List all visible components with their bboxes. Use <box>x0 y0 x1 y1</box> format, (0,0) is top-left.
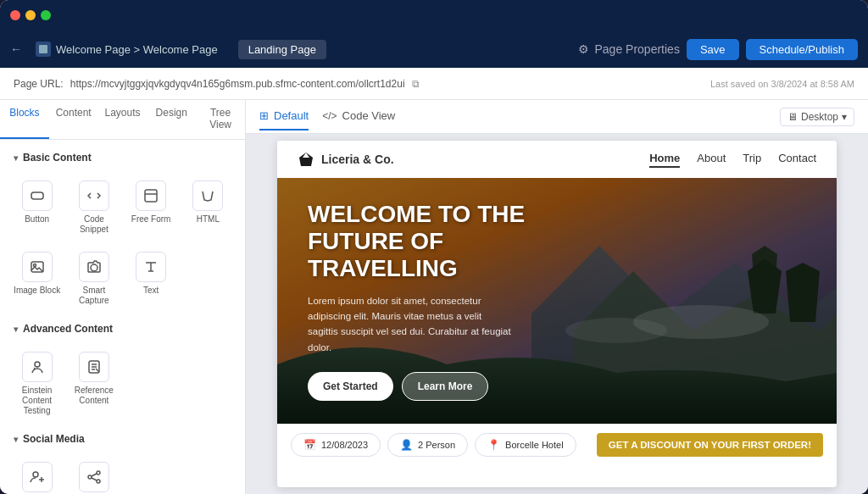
main-layout: Blocks Content Layouts Design Tree View … <box>0 100 868 494</box>
svg-point-14 <box>97 471 100 475</box>
block-reference-label: Reference Content <box>70 386 117 406</box>
social-share-icon <box>79 462 109 492</box>
section-social-media[interactable]: ▾ Social Media <box>0 428 245 450</box>
page-properties-button[interactable]: ⚙ Page Properties <box>578 42 679 56</box>
chevron-down-icon: ▾ <box>842 111 847 123</box>
advanced-content-grid: Einstein Content Testing Reference Conte… <box>0 340 245 428</box>
block-image[interactable]: Image Block <box>10 245 64 313</box>
block-code-label: Code Snippet <box>70 214 117 235</box>
get-started-button[interactable]: Get Started <box>308 372 393 401</box>
hero-content: WELCOME TO THE FUTURE OF TRAVELLING Lore… <box>277 178 837 424</box>
block-button-label: Button <box>25 214 49 225</box>
block-image-label: Image Block <box>14 286 60 296</box>
schedule-publish-button[interactable]: Schedule/Publish <box>746 39 858 60</box>
top-bar-actions: ⚙ Page Properties Save Schedule/Publish <box>578 39 858 60</box>
chevron-down-icon-social: ▾ <box>14 435 18 444</box>
maximize-button[interactable] <box>41 10 51 20</box>
tab-default[interactable]: ⊞ Default <box>259 103 309 130</box>
block-freeform-label: Free Form <box>131 214 171 225</box>
block-code-snippet[interactable]: Code Snippet <box>67 174 120 241</box>
gear-icon: ⚙ <box>578 42 589 56</box>
lp-logo: Liceria & Co. <box>298 151 394 168</box>
svg-line-18 <box>92 478 97 480</box>
svg-point-6 <box>91 264 97 271</box>
svg-line-17 <box>92 474 97 476</box>
block-html[interactable]: HTML <box>181 174 235 241</box>
tab-code-view[interactable]: </> Code View <box>322 103 395 130</box>
sidebar-tab-blocks[interactable]: Blocks <box>0 100 49 139</box>
page-properties-label: Page Properties <box>594 42 679 56</box>
block-einstein[interactable]: Einstein Content Testing <box>10 345 64 423</box>
monitor-icon: 🖥 <box>787 111 798 123</box>
url-value: https://mcvyjtggxjqvkgdyqv4n165g6msm.pub… <box>70 78 405 90</box>
desktop-selector[interactable]: 🖥 Desktop ▾ <box>780 108 854 126</box>
block-html-label: HTML <box>197 214 220 225</box>
text-icon <box>136 252 166 282</box>
minimize-button[interactable] <box>25 10 36 20</box>
hero-section: WELCOME TO THE FUTURE OF TRAVELLING Lore… <box>277 178 837 424</box>
footer-person-label: 2 Person <box>418 440 455 450</box>
logo-icon <box>298 151 314 168</box>
url-bar: Page URL: https://mcvyjtggxjqvkgdyqv4n16… <box>0 68 868 100</box>
footer-hotel-label: Borcelle Hotel <box>505 440 563 450</box>
nav-about[interactable]: About <box>697 152 726 168</box>
code-icon <box>79 180 109 211</box>
svg-point-16 <box>88 475 92 479</box>
landing-page-tab[interactable]: Landing Page <box>238 40 326 59</box>
html-icon <box>192 180 223 211</box>
block-social-follow[interactable]: Social Follow <box>10 455 64 494</box>
sidebar-tab-treeview[interactable]: Tree View <box>196 100 245 139</box>
sidebar-tab-layouts[interactable]: Layouts <box>98 100 147 139</box>
nav-contact[interactable]: Contact <box>778 152 816 168</box>
breadcrumb-text: Welcome Page > Welcome Page <box>56 43 218 56</box>
sidebar: Blocks Content Layouts Design Tree View … <box>0 100 246 494</box>
block-social-share[interactable]: Social Share <box>67 455 120 494</box>
nav-trip[interactable]: Trip <box>743 152 761 168</box>
hero-title: WELCOME TO THE FUTURE OF TRAVELLING <box>308 201 579 283</box>
block-einstein-label: Einstein Content Testing <box>14 386 60 416</box>
url-label: Page URL: <box>14 78 64 90</box>
tab-default-label: Default <box>274 109 309 122</box>
section-basic-label: Basic Content <box>23 152 92 164</box>
footer-cta[interactable]: GET A DISCOUNT ON YOUR FIRST ORDER! <box>597 433 823 457</box>
close-button[interactable] <box>10 10 20 20</box>
sidebar-tab-design[interactable]: Design <box>147 100 196 139</box>
svg-line-8 <box>34 368 35 370</box>
block-free-form[interactable]: Free Form <box>125 174 178 241</box>
block-smart-capture[interactable]: Smart Capture <box>67 245 120 313</box>
desktop-label: Desktop <box>801 111 838 123</box>
svg-point-7 <box>35 362 40 367</box>
breadcrumb: Welcome Page > Welcome Page <box>36 42 218 57</box>
content-area: ⊞ Default </> Code View 🖥 Desktop ▾ <box>246 100 868 494</box>
content-toolbar: ⊞ Default </> Code View 🖥 Desktop ▾ <box>246 100 868 134</box>
block-button[interactable]: Button <box>10 174 64 241</box>
svg-rect-0 <box>39 45 47 53</box>
sidebar-tab-content[interactable]: Content <box>49 100 98 139</box>
person-icon: 👤 <box>400 439 413 451</box>
preview-frame: Liceria & Co. Home About Trip Contact <box>277 141 837 487</box>
save-button[interactable]: Save <box>687 39 739 60</box>
back-button[interactable]: ← <box>10 42 22 56</box>
section-advanced-content[interactable]: ▾ Advanced Content <box>0 318 245 340</box>
title-bar <box>0 0 868 31</box>
footer-pill-date: 📅 12/08/2023 <box>291 433 381 457</box>
block-reference[interactable]: Reference Content <box>67 345 120 423</box>
lp-header: Liceria & Co. Home About Trip Contact <box>277 141 837 178</box>
copy-icon[interactable]: ⧉ <box>412 78 420 90</box>
svg-point-13 <box>33 472 38 477</box>
footer-bar: 📅 12/08/2023 👤 2 Person 📍 Borcelle Hotel… <box>277 424 837 465</box>
social-follow-icon <box>22 462 53 492</box>
sidebar-tabs: Blocks Content Layouts Design Tree View <box>0 100 245 140</box>
learn-more-button[interactable]: Learn More <box>402 372 489 401</box>
footer-pill-hotel: 📍 Borcelle Hotel <box>475 433 576 457</box>
traffic-lights <box>10 10 51 20</box>
desktop-button[interactable]: 🖥 Desktop ▾ <box>780 108 854 126</box>
button-icon <box>22 180 53 211</box>
block-smart-capture-label: Smart Capture <box>70 286 117 306</box>
block-text[interactable]: Text <box>125 245 178 313</box>
logo-text: Liceria & Co. <box>321 153 394 166</box>
nav-home[interactable]: Home <box>649 152 680 168</box>
svg-rect-1 <box>31 192 43 199</box>
section-basic-content[interactable]: ▾ Basic Content <box>0 147 245 169</box>
block-text-label: Text <box>143 286 159 296</box>
